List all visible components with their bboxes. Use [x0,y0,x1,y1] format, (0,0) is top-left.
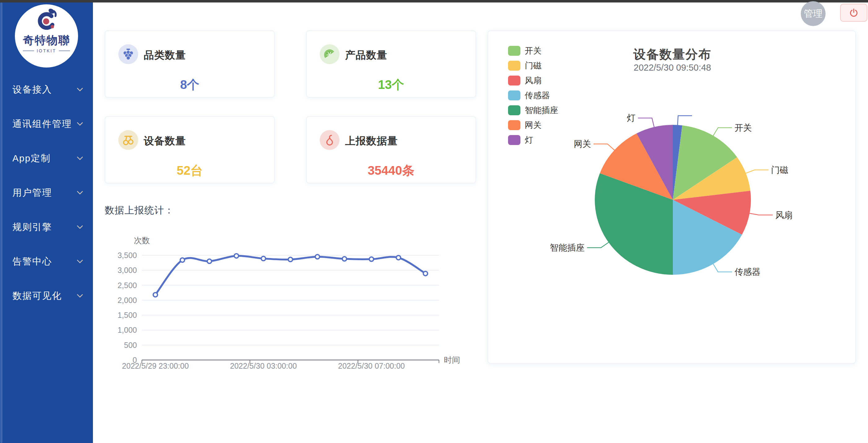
pie-chart-card: 设备数量分布 2022/5/30 09:50:48 开关 门磁 风扇 传感器 智… [488,30,856,364]
pie-label-leader [713,128,732,136]
sidebar-menu-item[interactable]: 数据可见化 [0,288,93,303]
pie-chart: 开关门磁风扇传感器智能插座网关灯 [488,31,857,364]
chevron-down-icon [75,257,84,266]
pie-slice-label: 智能插座 [550,243,585,252]
stat-card: 设备数量 52台 [105,116,275,183]
stat-card-value: 35440条 [307,162,475,179]
data-point-marker [423,272,428,276]
sidebar: 奇特物聯 IOTKIT 设备接入 通讯组件管理 App定制 用户管理 [0,2,93,443]
pie-label-leader [587,242,609,248]
pie-label-leader [638,118,655,128]
chevron-down-icon [75,154,84,163]
data-point-marker [180,258,185,262]
brand-name: 奇特物聯 [15,33,78,48]
sidebar-menu-item-label: 规则引擎 [12,221,52,233]
grapes-icon [118,44,138,64]
y-axis-name: 次数 [134,236,150,245]
y-tick-label: 1,500 [117,311,137,319]
lemon-icon [320,44,340,64]
pie-slice-label: 门磁 [771,165,788,175]
pie-label-leader [713,263,732,272]
avatar[interactable]: 管理 [801,1,826,26]
chevron-down-icon [75,188,84,197]
sidebar-menu-item-label: 设备接入 [12,83,52,96]
y-tick-label: 3,500 [117,251,137,260]
line-chart: 05001,0001,5002,0002,5003,0003,500次数2022… [102,234,483,407]
stat-card-value: 8个 [105,76,274,93]
y-tick-label: 3,000 [117,266,137,275]
pie-slice-label: 传感器 [735,267,761,277]
stat-card-value: 52台 [105,162,274,179]
chevron-down-icon [75,120,84,128]
data-point-marker [234,254,239,258]
stat-card: 上报数据量 35440条 [306,116,476,183]
data-point-marker [396,256,401,260]
x-tick-label: 2022/5/29 23:00:00 [122,361,189,370]
sidebar-menu: 设备接入 通讯组件管理 App定制 用户管理 规则引擎 告警中心 [0,82,93,323]
window-top-strip [0,0,868,2]
pie-slice-label: 网关 [574,139,591,149]
pie-slice-label: 灯 [627,113,636,123]
sidebar-menu-item[interactable]: 告警中心 [0,254,93,269]
x-axis-name: 时间 [444,355,460,365]
data-point-marker [153,292,158,297]
sidebar-menu-item-label: 数据可见化 [12,290,62,303]
sidebar-menu-item-label: 通讯组件管理 [12,118,72,130]
stat-card-title: 产品数量 [345,48,387,62]
data-point-marker [261,256,266,261]
sidebar-menu-item-label: 告警中心 [12,255,52,268]
pie-label-leader [749,213,773,215]
pear-icon [320,130,340,150]
sidebar-menu-item[interactable]: 用户管理 [0,185,93,200]
sidebar-menu-item-label: App定制 [12,152,51,165]
sidebar-menu-item[interactable]: 规则引擎 [0,220,93,234]
line-chart-title: 数据上报统计： [105,204,174,217]
sidebar-menu-item[interactable]: App定制 [0,151,93,166]
stat-card-value: 13个 [307,76,475,93]
sidebar-menu-item[interactable]: 设备接入 [0,82,93,97]
data-point-marker [315,255,320,259]
y-tick-label: 1,000 [117,325,137,334]
chevron-down-icon [75,85,84,94]
stat-card-title: 品类数量 [144,48,186,62]
chevron-down-icon [75,223,84,231]
power-icon [848,7,859,18]
data-point-marker [288,257,293,262]
sidebar-menu-item-label: 用户管理 [12,187,52,199]
data-point-marker [342,257,347,261]
x-tick-label: 2022/5/30 07:00:00 [338,361,405,370]
iotkit-rabbit-logo-icon [36,7,57,32]
data-point-marker [369,257,374,261]
y-tick-label: 2,000 [117,296,137,305]
stat-card-title: 设备数量 [144,134,186,148]
y-tick-label: 2,500 [117,281,137,290]
chevron-down-icon [75,291,84,300]
stat-card-title: 上报数据量 [345,134,398,148]
logout-button[interactable] [840,4,867,22]
x-tick-label: 2022/5/30 03:00:00 [230,361,297,370]
cherries-icon [118,130,138,150]
pie-slice-label: 开关 [735,123,752,133]
rule-right [59,51,70,51]
pie-label-leader [745,170,769,173]
pie-label-leader [593,144,615,151]
y-tick-label: 500 [124,341,137,349]
data-point-marker [207,259,212,263]
brand-subname: IOTKIT [15,48,78,53]
stat-card: 产品数量 13个 [306,30,476,98]
rule-left [23,51,34,51]
sidebar-menu-item[interactable]: 通讯组件管理 [0,117,93,131]
pie-label-leader [678,116,692,125]
stat-card: 品类数量 8个 [105,30,275,98]
brand-logo: 奇特物聯 IOTKIT [15,4,78,67]
pie-slice-label: 风扇 [775,210,793,220]
app-root: 奇特物聯 IOTKIT 设备接入 通讯组件管理 App定制 用户管理 [0,0,868,443]
